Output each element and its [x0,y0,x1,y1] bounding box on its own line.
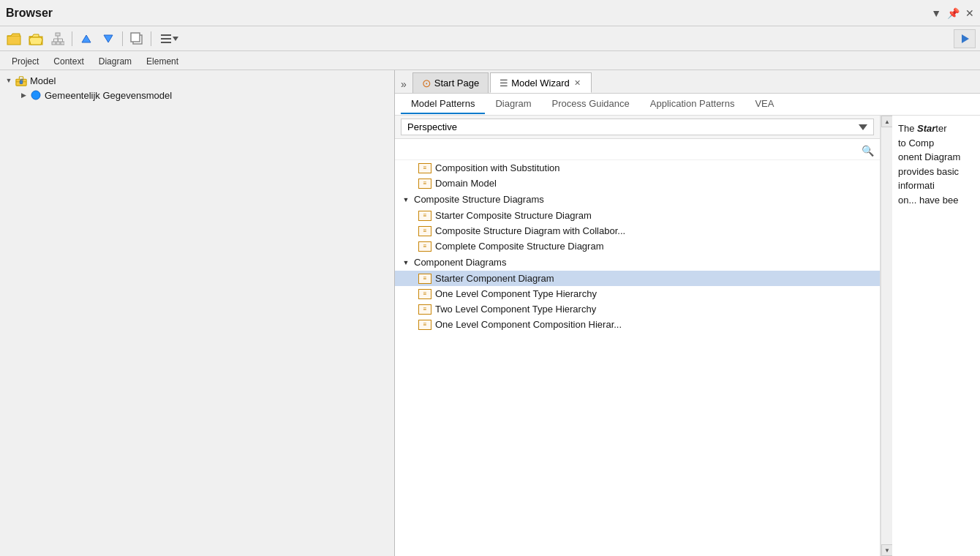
diag-icon: ≡ [418,226,431,236]
section-expand-icon[interactable]: ▼ [401,258,411,268]
pattern-item-two-level-type[interactable]: ≡ Two Level Component Type Hierarchy [395,301,880,317]
start-page-tab-icon: ⊙ [422,77,431,90]
pattern-item-domain-model[interactable]: ≡ Domain Model [395,176,880,191]
close-titlebar-icon[interactable]: ✕ [965,7,974,19]
diag-icon: ≡ [418,179,431,189]
perspective-dropdown-icon [859,124,867,131]
diag-icon: ≡ [418,274,431,284]
diag-icon: ≡ [418,211,431,221]
section-label: Composite Structure Diagrams [414,194,544,205]
hierarchy-button[interactable] [48,29,67,48]
pattern-label: Composition with Substitution [435,162,560,173]
svg-marker-11 [82,35,91,42]
content-tab-process-guidance[interactable]: Process Guidance [542,94,640,114]
pattern-item-one-level-type[interactable]: ≡ One Level Component Type Hierarchy [395,286,880,301]
search-icon[interactable]: 🔍 [862,145,874,157]
separator-1 [72,31,72,46]
up-button[interactable] [77,29,96,48]
scrollbar-down-button[interactable]: ▼ [881,544,893,556]
clone-button[interactable] [127,29,146,48]
nav-tab-project[interactable]: Project [4,55,46,68]
blue-circle-icon [29,89,42,101]
tree-item-model[interactable]: ▼ Model [0,73,394,88]
svg-rect-22 [20,80,23,83]
tree-item-gemeentelijk[interactable]: ▶ Gemeentelijk Gegevensmodel [0,88,394,102]
nav-tab-diagram[interactable]: Diagram [91,55,139,68]
play-button[interactable] [954,29,976,48]
perspective-label: Perspective [407,121,457,132]
pattern-label: Two Level Component Type Hierarchy [435,304,596,315]
tree-container: ▼ Model ▶ [0,70,394,556]
diag-icon: ≡ [418,163,431,173]
main-area: ▼ Model ▶ [0,70,980,556]
svg-marker-18 [173,37,178,41]
pattern-label: One Level Component Composition Hierar..… [435,319,622,330]
expand-arrows-icon[interactable]: » [395,75,412,93]
diag-icon: ≡ [418,304,431,315]
open-folder-button[interactable] [26,29,45,48]
pattern-label: One Level Component Type Hierarchy [435,288,597,299]
svg-marker-12 [104,35,113,42]
section-component-diagrams[interactable]: ▼ Component Diagrams [395,254,880,271]
search-bar: 🔍 [395,142,880,160]
svg-rect-3 [52,42,56,45]
italic-star: Star [917,123,935,134]
scrollbar-track[interactable] [881,127,892,544]
left-panel: ▼ Model ▶ [0,70,395,556]
perspective-select[interactable]: Perspective [401,119,874,135]
section-expand-icon[interactable]: ▼ [401,195,411,205]
browser-title: Browser [6,7,925,20]
svg-marker-24 [859,124,867,130]
pattern-item-composite-collab[interactable]: ≡ Composite Structure Diagram with Colla… [395,223,880,238]
description-text: The Starter to Comp onent Diagram provid… [898,121,974,207]
tree-label-gemeentelijk: Gemeentelijk Gegevensmodel [45,90,172,101]
briefcase-icon [15,75,28,86]
content-body: Perspective 🔍 ≡ [395,116,980,556]
down-button[interactable] [99,29,118,48]
tree-expand-gemeentelijk[interactable]: ▶ [18,89,29,101]
separator-3 [151,31,151,46]
dropdown-icon[interactable]: ▼ [931,7,941,19]
scrollbar-panel: ▲ ▼ [881,116,892,556]
separator-2 [122,31,123,46]
pattern-tree: 🔍 ≡ Composition with Substitution ≡ Doma… [395,139,880,556]
pattern-panel: Perspective 🔍 ≡ [395,116,881,556]
content-tab-application-patterns[interactable]: Application Patterns [640,94,745,114]
svg-rect-14 [131,33,140,42]
tree-label-model: Model [30,75,56,86]
browser-titlebar: Browser ▼ 📌 ✕ [0,0,980,26]
nav-tab-context[interactable]: Context [46,55,91,68]
svg-rect-5 [61,42,64,45]
pattern-item-composition-sub[interactable]: ≡ Composition with Substitution [395,160,880,176]
svg-rect-0 [7,36,20,45]
diag-icon: ≡ [418,320,431,330]
pattern-label: Domain Model [435,178,497,189]
nav-tabs: Project Context Diagram Element [0,51,980,70]
scrollbar-up-button[interactable]: ▲ [881,116,893,127]
pattern-item-starter-component[interactable]: ≡ Starter Component Diagram [395,271,880,286]
toolbar [0,26,980,51]
pattern-item-starter-composite[interactable]: ≡ Starter Composite Structure Diagram [395,208,880,223]
pattern-item-one-level-comp[interactable]: ≡ One Level Component Composition Hierar… [395,317,880,332]
content-tabs: Model Patterns Diagram Process Guidance … [395,94,980,116]
nav-tab-element[interactable]: Element [139,55,186,68]
right-panel: » ⊙ Start Page ☰ Model Wizard ✕ Model Pa… [395,70,980,556]
pattern-label: Starter Component Diagram [435,273,554,284]
content-tab-model-patterns[interactable]: Model Patterns [401,94,485,114]
perspective-bar: Perspective [395,116,880,139]
section-label: Component Diagrams [414,257,506,268]
model-wizard-tab-icon: ☰ [500,78,508,89]
pin-icon[interactable]: 📌 [947,7,960,19]
tab-start-page[interactable]: ⊙ Start Page [412,72,489,93]
tab-model-wizard[interactable]: ☰ Model Wizard ✕ [490,72,591,93]
content-tab-diagram[interactable]: Diagram [485,94,541,114]
menu-button[interactable] [156,29,182,48]
tree-expand-model[interactable]: ▼ [3,75,15,86]
tab-close-icon[interactable]: ✕ [573,78,582,88]
new-folder-button[interactable] [4,29,23,48]
section-composite-structure[interactable]: ▼ Composite Structure Diagrams [395,191,880,208]
titlebar-controls: ▼ 📌 ✕ [931,7,974,19]
svg-point-23 [31,91,40,99]
content-tab-vea[interactable]: VEA [745,94,784,114]
pattern-item-complete-composite[interactable]: ≡ Complete Composite Structure Diagram [395,238,880,254]
